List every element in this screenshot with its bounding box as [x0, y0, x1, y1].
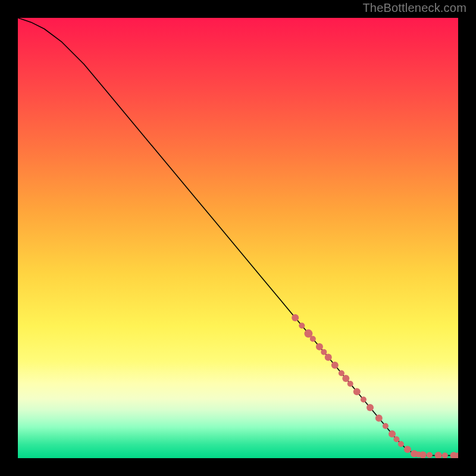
watermark-text: TheBottleneck.com [362, 1, 466, 15]
curve-line [18, 18, 458, 456]
marker-point [398, 441, 404, 447]
marker-point [419, 451, 427, 458]
marker-point [347, 381, 353, 387]
marker-point [383, 423, 389, 429]
marker-point [299, 322, 305, 328]
marker-point [404, 446, 411, 453]
marker-point [310, 336, 316, 342]
chart-container: TheBottleneck.com [0, 0, 476, 476]
marker-point [339, 370, 345, 376]
marker-point [427, 452, 433, 458]
marker-point [389, 430, 396, 437]
curve-markers [292, 314, 458, 458]
marker-point [325, 354, 332, 361]
marker-point [342, 375, 349, 382]
marker-point [321, 349, 327, 355]
marker-point [367, 404, 374, 411]
marker-point [361, 397, 367, 403]
marker-point [353, 388, 361, 395]
plot-area [18, 18, 458, 458]
marker-point [292, 314, 299, 321]
chart-svg [18, 18, 458, 458]
marker-point [375, 415, 383, 422]
marker-point [393, 436, 399, 442]
marker-point [331, 362, 339, 369]
marker-point [442, 453, 448, 458]
marker-point [316, 343, 323, 350]
marker-point [435, 452, 442, 458]
